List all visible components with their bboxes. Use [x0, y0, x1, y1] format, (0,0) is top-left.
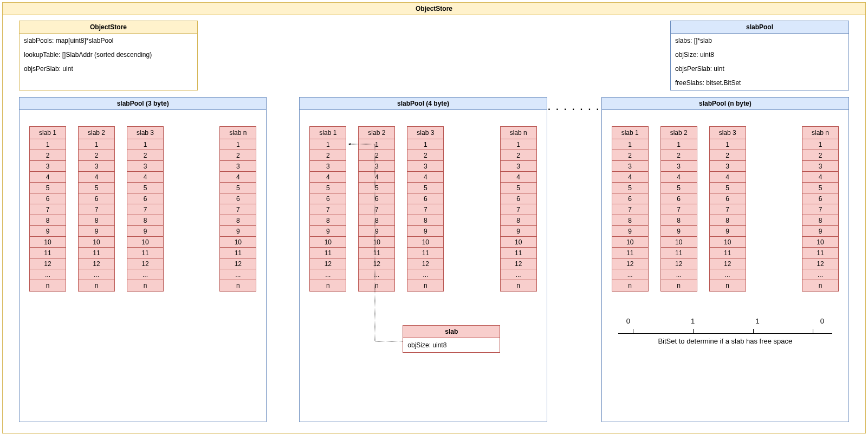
slabpool-class-box: slabPool slabs: []*slab objSize: uint8 o…: [670, 21, 849, 90]
slab-cell: n: [661, 280, 697, 291]
slab-cell: 8: [30, 215, 66, 226]
slab-column: slab 3123456789101112...n: [407, 126, 444, 292]
slab-cell: 4: [661, 172, 697, 183]
slab-cell: ...: [501, 269, 536, 280]
slabpool-3byte-box: slabPool (3 byte) slab 1123456789101112.…: [19, 97, 267, 422]
slab-cell: 2: [612, 150, 648, 161]
slab-column: slab 2123456789101112...n: [358, 126, 395, 292]
slab-cell: 6: [30, 193, 66, 204]
slab-cell: 12: [710, 258, 746, 269]
slab-cell: 9: [79, 226, 114, 237]
slab-cell: 4: [802, 172, 838, 183]
slab-cell: 5: [359, 183, 394, 193]
bitset-area: 0 1 1 0 BitSet to determine if a slab ha…: [613, 317, 838, 345]
slab-cell: n: [501, 280, 536, 291]
bitset-value: 0: [626, 317, 630, 325]
slab-cell: ...: [661, 269, 697, 280]
slab-cell: ...: [359, 269, 394, 280]
slab-column: slab n123456789101112...n: [219, 126, 256, 292]
slab-title: slab n: [501, 127, 536, 139]
slabs-row: slab 1123456789101112...nslab 2123456789…: [300, 110, 546, 292]
slab-cell: 4: [79, 172, 114, 183]
slab-cell: 11: [612, 248, 648, 258]
slab-cell: 7: [407, 204, 443, 215]
slab-cell: 4: [220, 172, 256, 183]
slab-title: slab 2: [359, 127, 394, 139]
slab-cell: 10: [661, 237, 697, 248]
slab-cell: 11: [30, 248, 66, 258]
slab-cell: 7: [802, 204, 838, 215]
slab-cell: 10: [127, 237, 163, 248]
slab-cell: 11: [710, 248, 746, 258]
slab-cell: ...: [220, 269, 256, 280]
slab-cell: 11: [661, 248, 697, 258]
slab-cell: 6: [802, 193, 838, 204]
slab-column: slab 3123456789101112...n: [709, 126, 746, 292]
slab-cell: 10: [79, 237, 114, 248]
slab-title: slab 3: [710, 127, 746, 139]
slab-cell: 1: [127, 139, 163, 150]
slab-cell: 7: [220, 204, 256, 215]
slab-class-field: objSize: uint8: [403, 338, 500, 352]
pools-row: slabPool (3 byte) slab 1123456789101112.…: [3, 90, 865, 433]
slab-title: slab n: [802, 127, 838, 139]
slab-cell: 10: [612, 237, 648, 248]
slab-cell: 3: [79, 161, 114, 172]
slab-cell: ...: [310, 269, 346, 280]
slab-title: slab n: [220, 127, 256, 139]
slab-cell: 10: [802, 237, 838, 248]
slab-cell: 9: [407, 226, 443, 237]
slab-cell: 3: [220, 161, 256, 172]
slabpool-field: freeSlabs: bitset.BitSet: [671, 76, 848, 90]
slab-column: slab 1123456789101112...n: [612, 126, 649, 292]
objectstore-class-box: ObjectStore slabPools: map[uint8]*slabPo…: [19, 21, 198, 90]
slab-cell: 12: [612, 258, 648, 269]
slab-cell: 9: [661, 226, 697, 237]
slab-cell: 8: [612, 215, 648, 226]
slab-column: slab n123456789101112...n: [802, 126, 839, 292]
slab-cell: 3: [30, 161, 66, 172]
slab-cell: 1: [661, 139, 697, 150]
slab-cell: 8: [407, 215, 443, 226]
slab-cell: 1: [501, 139, 536, 150]
slab-cell: 7: [359, 204, 394, 215]
slabpool-field: objSize: uint8: [671, 48, 848, 62]
slab-cell: 6: [661, 193, 697, 204]
slab-cell: 8: [710, 215, 746, 226]
slab-cell: 5: [30, 183, 66, 193]
slab-cell: 5: [79, 183, 114, 193]
slab-cell: 8: [79, 215, 114, 226]
slab-column: slab 2123456789101112...n: [660, 126, 697, 292]
slab-cell: 12: [407, 258, 443, 269]
bitset-value: 1: [691, 317, 695, 325]
slab-cell: 11: [310, 248, 346, 258]
slab-cell: 11: [220, 248, 256, 258]
slab-column: slab 1123456789101112...n: [29, 126, 66, 292]
slab-cell: 5: [802, 183, 838, 193]
slab-cell: 9: [802, 226, 838, 237]
slab-cell: 7: [710, 204, 746, 215]
slab-cell: 8: [661, 215, 697, 226]
slab-cell: 7: [79, 204, 114, 215]
slab-cell: 2: [407, 150, 443, 161]
slab-cell: ...: [407, 269, 443, 280]
slab-cell: 1: [310, 139, 346, 150]
slabpool-4byte-box: slabPool (4 byte) slab 1123456789101112.…: [299, 97, 547, 422]
slab-title: slab 3: [407, 127, 443, 139]
slab-cell: 5: [220, 183, 256, 193]
slab-cell: 6: [710, 193, 746, 204]
slab-cell: 1: [802, 139, 838, 150]
slab-cell: ...: [127, 269, 163, 280]
slab-cell: 12: [79, 258, 114, 269]
slab-cell: 12: [30, 258, 66, 269]
slab-cell: 7: [661, 204, 697, 215]
slab-cell: 9: [359, 226, 394, 237]
slab-cell: 11: [359, 248, 394, 258]
objectstore-container: ObjectStore ObjectStore slabPools: map[u…: [2, 2, 866, 433]
slab-cell: 11: [407, 248, 443, 258]
dots-separator: . . . . . . .: [547, 97, 601, 112]
slab-cell: 9: [127, 226, 163, 237]
slab-title: slab 1: [612, 127, 648, 139]
objectstore-class-title: ObjectStore: [20, 21, 197, 34]
slab-cell: n: [30, 280, 66, 291]
